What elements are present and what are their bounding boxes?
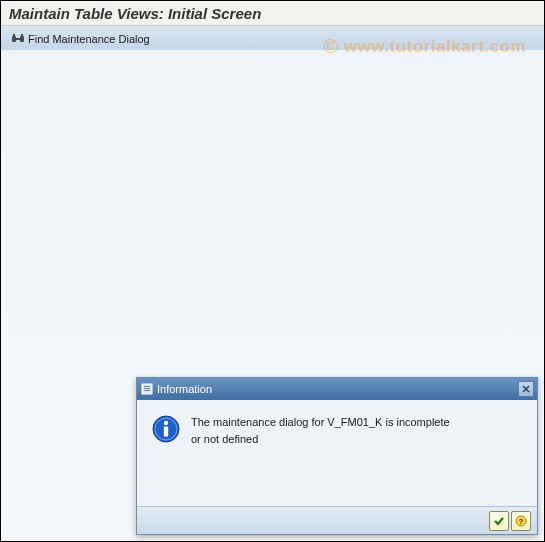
find-maintenance-dialog-button[interactable]: Find Maintenance Dialog [7,32,154,46]
screen-title-bar: Maintain Table Views: Initial Screen [1,1,544,26]
screen-title: Maintain Table Views: Initial Screen [9,5,261,22]
svg-rect-4 [21,34,23,37]
close-icon [522,385,530,393]
dialog-help-button[interactable]: ? [511,511,531,531]
svg-rect-2 [16,38,20,40]
dialog-title-icon [141,383,153,395]
dialog-continue-button[interactable] [489,511,509,531]
info-icon [151,414,181,447]
check-icon [493,515,505,527]
svg-text:?: ? [519,517,524,526]
help-icon: ? [515,515,527,527]
svg-rect-8 [144,390,150,391]
dialog-close-button[interactable] [518,381,534,397]
dialog-message: The maintenance dialog for V_FM01_K is i… [191,414,450,447]
svg-rect-6 [144,386,150,387]
binoculars-icon [11,33,25,45]
svg-point-11 [164,421,168,425]
information-dialog: Information The maintenan [136,377,538,535]
dialog-body: The maintenance dialog for V_FM01_K is i… [137,400,537,455]
svg-rect-12 [164,427,168,437]
application-toolbar: Find Maintenance Dialog [1,26,544,52]
svg-rect-7 [144,388,150,389]
dialog-footer: ? [137,506,537,534]
svg-rect-3 [13,34,15,37]
app-frame: Maintain Table Views: Initial Screen Fin… [0,0,545,542]
dialog-titlebar: Information [137,378,537,400]
dialog-title: Information [157,383,212,395]
find-maintenance-dialog-label: Find Maintenance Dialog [28,33,150,45]
